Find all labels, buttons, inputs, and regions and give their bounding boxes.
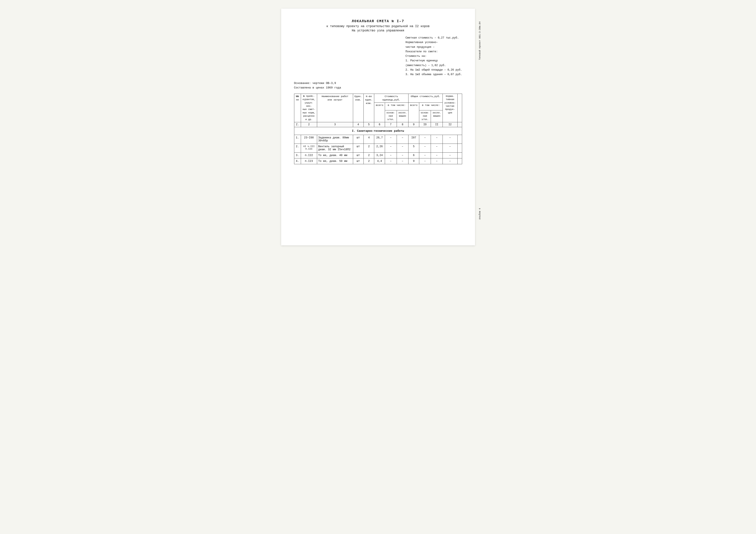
table-row: 2. пI ч.IIIп.I2I Вентиль запорный диам. … bbox=[294, 143, 462, 152]
row2-extra bbox=[457, 143, 462, 152]
row3-expl: – bbox=[397, 152, 409, 158]
row2-total-osnov: – bbox=[419, 143, 431, 152]
col-header-expl: экспл.машин bbox=[397, 110, 409, 122]
subtitle2: На устройство узла управления bbox=[294, 29, 462, 32]
row1-num: 1. bbox=[294, 135, 301, 143]
row3-cost: 3,24 bbox=[374, 152, 385, 158]
row4-total-expl: – bbox=[431, 158, 443, 164]
num-c3: 3 bbox=[317, 122, 353, 127]
num-c5: 5 bbox=[364, 122, 374, 127]
table-header-row: №№пп № прейс-курантов,укруп-нен-ных смет… bbox=[294, 94, 462, 102]
row2-qty: 2 bbox=[364, 143, 374, 152]
row2-name: Вентиль запорный диам. 32 мм I5кч18П2 bbox=[317, 143, 353, 152]
row3-qty: 2 bbox=[364, 152, 374, 158]
row3-total: 6 bbox=[409, 152, 419, 158]
info-line2: Нормативная условно– bbox=[405, 40, 462, 45]
row4-extra bbox=[457, 158, 462, 164]
row4-priceno: п.I23 bbox=[301, 158, 317, 164]
row1-norm: – bbox=[443, 135, 457, 143]
col-header-including2: в том числе: bbox=[419, 103, 443, 111]
info-line5: Стоимость на: bbox=[405, 54, 462, 59]
row4-total: 9 bbox=[409, 158, 419, 164]
row1-total: I07 bbox=[409, 135, 419, 143]
cost-info: Сметная стоимость – 0,27 тыс.руб. Нормат… bbox=[405, 36, 462, 77]
info-line1: Сметная стоимость – 0,27 тыс.руб. bbox=[405, 36, 462, 40]
row1-osnov: – bbox=[385, 135, 397, 143]
col-header-extra bbox=[457, 94, 462, 122]
row4-name: То же, диам. 50 мм bbox=[317, 158, 353, 164]
row3-priceno: п.I22 bbox=[301, 152, 317, 158]
row2-norm: – bbox=[443, 143, 457, 152]
basis-block: Основание: чертежи ОВ–3,9 Составлена в ц… bbox=[294, 81, 462, 90]
num-c12: I2 bbox=[443, 122, 457, 127]
info-line6: 1. Расчетную единицу bbox=[405, 59, 462, 63]
row1-unit: шт bbox=[353, 135, 364, 143]
col-header-unit: Един.изм. bbox=[353, 94, 364, 122]
col-header-unit-cost: Стоимость единицы,руб. bbox=[374, 94, 409, 102]
document-header: ЛОКАЛЬНАЯ СМЕТА № I–7 к типовому проекту… bbox=[294, 19, 462, 32]
row3-unit: шт bbox=[353, 152, 364, 158]
row2-unit: шт bbox=[353, 143, 364, 152]
section-title: I. Санитарно–технические работы bbox=[294, 127, 462, 135]
row4-osnov: – bbox=[385, 158, 397, 164]
col-header-total-cost: Общая стоимость,руб. bbox=[409, 94, 443, 102]
num-c1: I. bbox=[294, 122, 301, 127]
col-header-cost-total: всего bbox=[374, 103, 385, 122]
row3-total-osnov: – bbox=[419, 152, 431, 158]
col-header-qty: К–воедин.изм. bbox=[364, 94, 374, 122]
row3-norm: – bbox=[443, 152, 457, 158]
row2-osnov: – bbox=[385, 143, 397, 152]
num-c6: 6 bbox=[374, 122, 385, 127]
row2-priceno: пI ч.IIIп.I2I bbox=[301, 143, 317, 152]
col-header-osnov2: основ-наяз/пл. bbox=[419, 110, 431, 122]
basis-line1: Основание: чертежи ОВ–3,9 bbox=[294, 81, 462, 86]
col-header-osnov: основ-наяз/пл. bbox=[385, 110, 397, 122]
row4-norm: – bbox=[443, 158, 457, 164]
row3-extra bbox=[457, 152, 462, 158]
info-line3: чистая продукция – bbox=[405, 45, 462, 49]
row1-extra bbox=[457, 135, 462, 143]
document-page: Типовой проект 801-3-30м.84 ЛОКАЛЬНАЯ СМ… bbox=[281, 9, 475, 245]
table-row: 3. п.I22 То же, диам. 40 мм шт 2 3,24 – … bbox=[294, 152, 462, 158]
row3-name: То же, диам. 40 мм bbox=[317, 152, 353, 158]
row2-cost: 2,26 bbox=[374, 143, 385, 152]
row4-total-osnov: – bbox=[419, 158, 431, 164]
row1-priceno: 23–I08 bbox=[301, 135, 317, 143]
section-header-row: I. Санитарно–технические работы bbox=[294, 127, 462, 135]
row3-osnov: – bbox=[385, 152, 397, 158]
main-table-wrapper: №№пп № прейс-курантов,укруп-нен-ных смет… bbox=[294, 94, 462, 164]
row4-unit: шт bbox=[353, 158, 364, 164]
num-c8: 8 bbox=[397, 122, 409, 127]
page-title: ЛОКАЛЬНАЯ СМЕТА № I–7 bbox=[294, 19, 462, 23]
col-header-including: в том числе: bbox=[385, 103, 408, 111]
row4-expl: – bbox=[397, 158, 409, 164]
row3-total-expl: – bbox=[431, 152, 443, 158]
row1-name: Задвижка диам. 80мм 30ч6бр bbox=[317, 135, 353, 143]
info-block: Сметная стоимость – 0,27 тыс.руб. Нормат… bbox=[294, 36, 462, 77]
table-row: 4. п.I23 То же, диам. 50 мм шт 2 4,4 – –… bbox=[294, 158, 462, 164]
info-line8: 2. На 1м2 общей площади – 0,26 руб. bbox=[405, 68, 462, 72]
col-header-name: Наименование работили затрат bbox=[317, 94, 353, 122]
num-c2: 2 bbox=[301, 122, 317, 127]
info-line9: 3. На 1м3 объема здания – 0,07 руб. bbox=[405, 72, 462, 77]
row3-num: 3. bbox=[294, 152, 301, 158]
num-c4: 4 bbox=[353, 122, 364, 127]
subtitle1: к типовому проекту на строительство роди… bbox=[294, 25, 462, 28]
row1-cost: 26,7 bbox=[374, 135, 385, 143]
num-c7: 7 bbox=[385, 122, 397, 127]
col-header-priceno: № прейс-курантов,укруп-нен-ных смет-ных … bbox=[301, 94, 317, 122]
row1-expl: – bbox=[397, 135, 409, 143]
row2-total-expl: – bbox=[431, 143, 443, 152]
num-extra bbox=[457, 122, 462, 127]
table-number-row: I. 2 3 4 5 6 7 8 9 IO II I2 bbox=[294, 122, 462, 127]
col-header-num: №№пп bbox=[294, 94, 301, 122]
basis-line2: Составлена в ценах 1969 года bbox=[294, 86, 462, 90]
num-c11: II bbox=[431, 122, 443, 127]
row1-total-osnov: – bbox=[419, 135, 431, 143]
row4-qty: 2 bbox=[364, 158, 374, 164]
col-header-norm: Норма-тивнаяусловно-чистаяпродук-ция bbox=[443, 94, 457, 122]
row2-total: 5 bbox=[409, 143, 419, 152]
row4-num: 4. bbox=[294, 158, 301, 164]
row1-total-expl: – bbox=[431, 135, 443, 143]
row2-num: 2. bbox=[294, 143, 301, 152]
